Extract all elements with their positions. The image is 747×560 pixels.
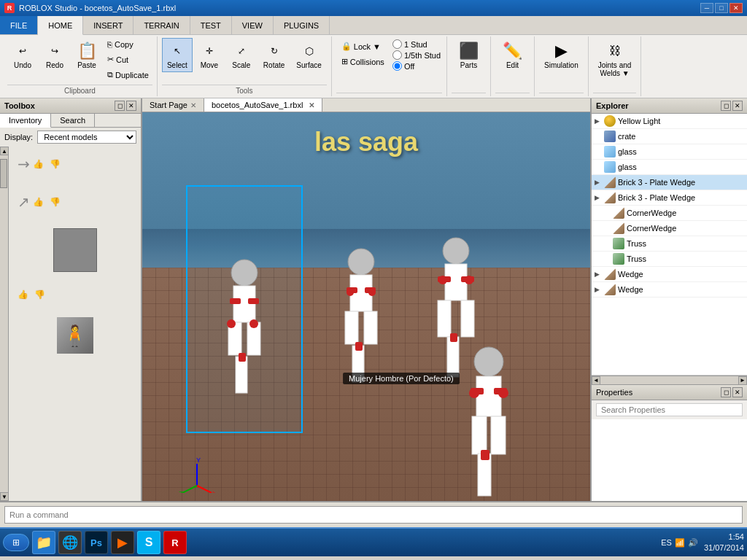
taskbar-photoshop-icon[interactable]: Ps	[85, 531, 108, 554]
explorer-restore-button[interactable]: ◻	[721, 101, 731, 111]
minimize-button[interactable]: ─	[700, 3, 713, 13]
tree-item-yellowlight[interactable]: ▶ Yellow Light	[592, 114, 747, 129]
taskbar-skype-icon[interactable]: S	[137, 531, 160, 554]
start-page-tab[interactable]: Start Page ✕	[142, 98, 204, 112]
toolbox-scroll-down[interactable]: ▼	[0, 492, 9, 501]
tools-label: Tools	[162, 85, 327, 95]
tree-item-crate[interactable]: ▶ crate	[592, 129, 747, 144]
svg-point-25	[465, 276, 473, 284]
tree-icon-truss2	[613, 253, 624, 265]
tab-plugins[interactable]: PLUGINS	[274, 16, 330, 34]
redo-button[interactable]: ↪ Redo	[39, 38, 70, 72]
maximize-button[interactable]: □	[715, 3, 728, 13]
edit-button[interactable]: ✏️ Edit	[498, 38, 528, 72]
tree-arrow-wedge1: ▶	[595, 271, 602, 278]
document-close[interactable]: ✕	[309, 101, 314, 109]
tab-terrain[interactable]: TERRAIN	[133, 16, 190, 34]
select-button[interactable]: ↖ Select	[162, 38, 193, 72]
taskbar-clock[interactable]: 1:54 31/07/2014	[704, 532, 744, 554]
select-icon: ↖	[167, 41, 187, 61]
start-page-close[interactable]: ✕	[190, 101, 196, 109]
character-2	[332, 247, 390, 415]
scale-button[interactable]: ⤢ Scale	[226, 38, 257, 72]
move-button[interactable]: ✛ Move	[194, 38, 225, 72]
explorer-close-button[interactable]: ✕	[732, 101, 743, 111]
downvote-3[interactable]: 👎	[34, 289, 45, 300]
tab-test[interactable]: TEST	[190, 16, 232, 34]
stud-off-option[interactable]: Off	[392, 61, 441, 71]
copy-label: Copy	[115, 40, 133, 49]
paste-button[interactable]: 📋 Paste	[71, 38, 102, 72]
toolbox-close-button[interactable]: ✕	[126, 101, 136, 111]
stud-1-radio[interactable]	[392, 39, 402, 49]
stud-fifth-option[interactable]: 1/5th Stud	[392, 50, 441, 60]
properties-close-button[interactable]: ✕	[732, 387, 743, 397]
svg-rect-17	[364, 311, 377, 344]
app-icon: R	[4, 3, 15, 13]
tab-insert[interactable]: INSERT	[83, 16, 133, 34]
stud-1-option[interactable]: 1 Stud	[392, 39, 441, 49]
tree-item-glass2[interactable]: ▶ glass	[592, 160, 747, 175]
explorer-scroll-left[interactable]: ◄	[592, 376, 600, 385]
svg-point-15	[368, 289, 376, 296]
tree-item-brick2[interactable]: ▶ Brick 3 - Plate Wedge	[592, 190, 747, 206]
joints-label: Joints andWelds ▼	[598, 61, 632, 77]
tree-item-cornerwedge2[interactable]: ▶ CornerWedge	[592, 221, 747, 236]
taskbar-media-icon[interactable]: ▶	[111, 531, 134, 554]
undo-button[interactable]: ↩ Undo	[7, 38, 38, 72]
tree-item-truss1[interactable]: ▶ Truss	[592, 236, 747, 252]
downvote-2[interactable]: 👎	[50, 197, 61, 207]
copy-button[interactable]: ⎘ Copy	[104, 38, 152, 51]
upvote-1[interactable]: 👍	[33, 159, 44, 169]
tab-view[interactable]: VIEW	[232, 16, 274, 34]
cut-button[interactable]: ✂ Cut	[104, 52, 152, 66]
tree-item-cornerwedge1[interactable]: ▶ CornerWedge	[592, 206, 747, 221]
taskbar-explorer-icon[interactable]: 📁	[32, 531, 55, 554]
start-button[interactable]: ⊞	[3, 534, 29, 551]
tree-item-brick1[interactable]: ▶ Brick 3 - Plate Wedge	[592, 175, 747, 190]
tab-file[interactable]: FILE	[0, 16, 38, 34]
toolbox-tab-search[interactable]: Search	[51, 114, 95, 127]
stud-fifth-radio[interactable]	[392, 50, 402, 60]
parts-button[interactable]: ⬛ Parts	[454, 38, 484, 72]
toolbox-scroll-up[interactable]: ▲	[0, 147, 9, 155]
tree-item-wedge1[interactable]: ▶ Wedge	[592, 267, 747, 282]
viewport-area[interactable]: las saga	[142, 112, 590, 501]
tree-icon-glass2	[604, 161, 616, 173]
toolbox-restore-button[interactable]: ◻	[115, 101, 125, 111]
joints-button[interactable]: ⛓ Joints andWelds ▼	[593, 38, 637, 80]
toolbox-tab-inventory[interactable]: Inventory	[0, 114, 51, 128]
surface-button[interactable]: ⬡ Surface	[291, 38, 326, 72]
upvote-2[interactable]: 👍	[33, 197, 44, 207]
tree-label-crate: crate	[618, 132, 635, 141]
close-button[interactable]: ✕	[729, 3, 743, 13]
display-select[interactable]: Recent models	[37, 131, 136, 144]
stud-off-radio[interactable]	[392, 61, 402, 71]
system-tray: ES 📶 🔊	[661, 538, 698, 548]
move-label: Move	[201, 61, 218, 69]
document-tab[interactable]: bocetos_AutoSave_1.rbxl ✕	[204, 98, 322, 112]
tree-item-truss2[interactable]: ▶ Truss	[592, 252, 747, 267]
explorer-hscrollbar: ◄ ►	[592, 376, 747, 384]
taskbar-roblox-icon[interactable]: R	[163, 531, 187, 554]
lock-button[interactable]: 🔒 Lock ▼	[338, 39, 388, 53]
parts-label: Parts	[460, 61, 477, 69]
taskbar-chrome-icon[interactable]: 🌐	[58, 531, 82, 554]
tree-label-brick1: Brick 3 - Plate Wedge	[618, 178, 695, 187]
upvote-3[interactable]: 👍	[18, 289, 28, 300]
clipboard-items: ↩ Undo ↪ Redo 📋 Paste ⎘ Copy	[7, 38, 152, 83]
collisions-button[interactable]: ⊞ Collisions	[338, 55, 388, 69]
command-input[interactable]	[4, 506, 743, 524]
tree-item-wedge2[interactable]: ▶ Wedge	[592, 282, 747, 298]
properties-restore-button[interactable]: ◻	[721, 387, 731, 397]
explorer-scroll-right[interactable]: ►	[738, 376, 747, 385]
downvote-1[interactable]: 👎	[50, 159, 61, 169]
duplicate-button[interactable]: ⧉ Duplicate	[104, 68, 152, 82]
properties-search[interactable]	[596, 403, 743, 416]
tree-item-glass1[interactable]: ▶ glass	[592, 144, 747, 160]
tab-home[interactable]: HOME	[38, 16, 83, 35]
rotate-button[interactable]: ↻ Rotate	[258, 38, 290, 72]
simulation-button[interactable]: ▶ Simulation	[539, 38, 584, 72]
toolbox-scroll-thumb[interactable]	[0, 159, 7, 188]
svg-text:Z: Z	[179, 490, 183, 493]
